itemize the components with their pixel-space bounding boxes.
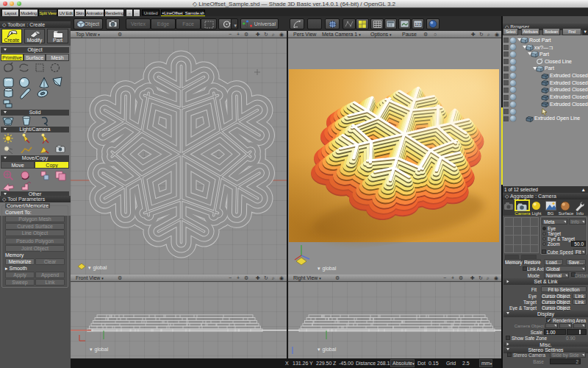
svg-text:123: 123 — [415, 22, 421, 26]
